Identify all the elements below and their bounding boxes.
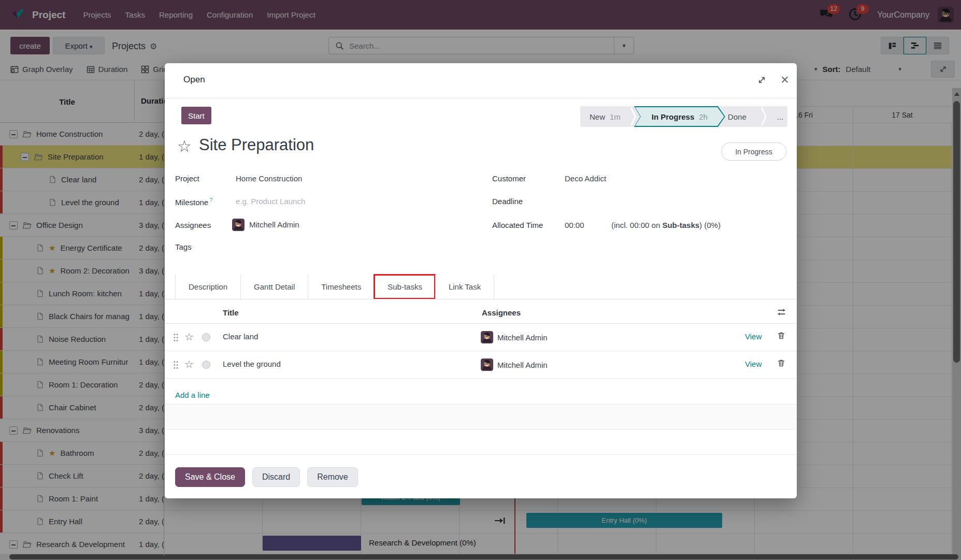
- stage-item[interactable]: ...: [768, 106, 798, 127]
- modal-expand-button[interactable]: [755, 75, 768, 87]
- tags-label: Tags: [175, 242, 192, 251]
- stage-separator-icon: [761, 106, 768, 127]
- assignee-avatar: [481, 358, 493, 371]
- modal-close-button[interactable]: ×: [777, 70, 793, 89]
- assignee-chip[interactable]: Mitchell Admin: [232, 219, 299, 231]
- milestone-placeholder[interactable]: e.g. Product Launch: [236, 197, 305, 206]
- subtask-assignee[interactable]: Mitchell Admin: [481, 358, 548, 371]
- subtask-column-title: Title: [223, 308, 239, 317]
- subtask-table-header: Title Assignees: [165, 303, 797, 324]
- star-icon[interactable]: ☆: [184, 331, 194, 343]
- empty-row: [165, 404, 797, 429]
- customer-value[interactable]: Deco Addict: [565, 174, 606, 183]
- expand-icon: [757, 76, 766, 84]
- status-circle-icon[interactable]: [202, 361, 210, 369]
- assignee-avatar: [481, 331, 493, 343]
- modal-footer: Save & CloseDiscardRemove: [175, 467, 358, 487]
- app-screen: Project ProjectsTasksReportingConfigurat…: [0, 0, 961, 560]
- tab-gantt-detail[interactable]: Gantt Detail: [240, 275, 308, 299]
- sliders-icon: [777, 308, 786, 317]
- drag-handle-icon[interactable]: [173, 333, 179, 343]
- status-badge[interactable]: In Progress: [721, 142, 786, 161]
- view-link[interactable]: View: [745, 332, 762, 341]
- allocated-time-label: Allocated Time: [492, 221, 543, 229]
- modal-header: Open ×: [165, 63, 797, 98]
- subtask-list: ☆ Clear land Mitchell Admin View ☆ Level…: [165, 324, 797, 379]
- save-close-button[interactable]: Save & Close: [175, 467, 245, 487]
- subtask-row-level-the-ground[interactable]: ☆ Level the ground Mitchell Admin View: [165, 351, 797, 379]
- task-title[interactable]: Site Preparation: [199, 136, 314, 154]
- project-label: Project: [175, 174, 199, 183]
- optional-columns-button[interactable]: [777, 308, 786, 318]
- tab-sub-tasks[interactable]: Sub-tasks: [374, 275, 435, 299]
- stage-new[interactable]: New1m: [580, 106, 630, 127]
- discard-button[interactable]: Discard: [252, 467, 300, 487]
- remove-button[interactable]: Remove: [307, 467, 358, 487]
- project-value[interactable]: Home Construction: [236, 174, 302, 183]
- modal-title: Open: [183, 75, 205, 85]
- task-modal: Open × Start New1mIn Progress2hDone... ☆…: [165, 63, 797, 498]
- subtask-row-clear-land[interactable]: ☆ Clear land Mitchell Admin View: [165, 324, 797, 351]
- drag-handle-icon[interactable]: [173, 361, 179, 371]
- subtask-assignee[interactable]: Mitchell Admin: [481, 331, 548, 343]
- status-circle-icon[interactable]: [202, 333, 210, 341]
- view-link[interactable]: View: [745, 360, 762, 368]
- tab-bar: DescriptionGantt DetailTimesheetsSub-tas…: [175, 275, 494, 299]
- star-icon[interactable]: ☆: [184, 358, 194, 370]
- assignees-label: Assignees: [175, 221, 211, 229]
- milestone-label: Milestone?: [175, 197, 212, 207]
- stage-in-progress[interactable]: In Progress2h: [634, 106, 725, 127]
- customer-label: Customer: [492, 174, 526, 183]
- allocated-time-note: (incl. 00:00 on Sub-tasks) (0%): [611, 221, 721, 229]
- allocated-time-value[interactable]: 00:00: [565, 221, 584, 229]
- row-divider: [165, 454, 797, 455]
- tab-underline: [165, 299, 797, 299]
- deadline-label: Deadline: [492, 197, 523, 206]
- trash-icon[interactable]: [777, 359, 785, 369]
- tab-description[interactable]: Description: [175, 275, 240, 299]
- assignee-avatar: [232, 219, 245, 231]
- trash-icon[interactable]: [777, 332, 785, 341]
- tab-link-task[interactable]: Link Task: [435, 275, 494, 299]
- add-a-line-link[interactable]: Add a line: [175, 391, 210, 399]
- tab-timesheets[interactable]: Timesheets: [308, 275, 374, 299]
- start-button[interactable]: Start: [181, 107, 211, 124]
- subtask-title[interactable]: Level the ground: [223, 360, 281, 368]
- favorite-star-icon[interactable]: ☆: [177, 137, 192, 156]
- stage-bar: New1mIn Progress2hDone...: [580, 106, 787, 127]
- subtask-title[interactable]: Clear land: [223, 332, 258, 341]
- subtask-column-assignees: Assignees: [482, 308, 521, 317]
- help-icon[interactable]: ?: [209, 197, 212, 203]
